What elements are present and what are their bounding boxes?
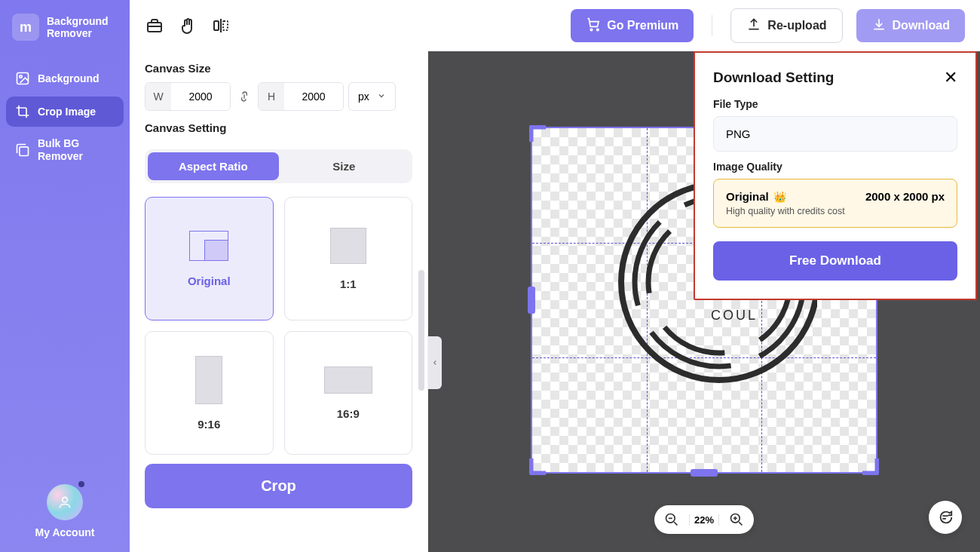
svg-point-8: [597, 29, 599, 31]
svg-point-1: [20, 75, 22, 78]
sidebar-item-bulk-bg-remover[interactable]: Bulk BG Remover: [6, 130, 124, 170]
upload-icon: [746, 17, 761, 35]
aspect-grid: Original 1:1 9:16 16:9: [145, 197, 412, 455]
download-button[interactable]: Download: [856, 9, 965, 42]
stack-icon: [15, 143, 30, 158]
feedback-button[interactable]: [929, 501, 962, 534]
app-name: Background Remover: [47, 15, 109, 39]
ratio-thumb: [324, 366, 372, 394]
ratio-card-1-1[interactable]: 1:1: [284, 197, 413, 320]
file-type-label: File Type: [713, 98, 957, 110]
sidebar-item-label: Bulk BG Remover: [38, 137, 115, 163]
crop-handle-bottom[interactable]: [691, 469, 718, 477]
svg-rect-5: [214, 21, 219, 30]
sidebar-item-label: Crop Image: [38, 106, 96, 118]
toolbox-icon[interactable]: [145, 16, 164, 35]
zoom-value: 22%: [689, 514, 719, 526]
ratio-thumb: [330, 228, 366, 264]
crown-icon: 👑: [773, 191, 786, 203]
tab-aspect-ratio[interactable]: Aspect Ratio: [148, 152, 279, 180]
size-row: W H px: [145, 82, 412, 111]
download-setting-popover: Download Setting ✕ File Type PNG Image Q…: [694, 51, 977, 300]
topbar: Go Premium Re-upload Download: [130, 0, 980, 51]
panel-collapse-handle[interactable]: [428, 336, 442, 389]
image-quality-label: Image Quality: [713, 161, 957, 173]
close-icon[interactable]: ✕: [944, 69, 957, 86]
width-input[interactable]: [171, 83, 230, 110]
crop-button[interactable]: Crop: [145, 464, 412, 508]
zoom-in-button[interactable]: [727, 510, 746, 529]
sidebar-item-label: Background: [38, 72, 100, 84]
reupload-button[interactable]: Re-upload: [730, 8, 842, 43]
panel-scrollbar[interactable]: [418, 270, 424, 391]
quality-option-original[interactable]: Original 👑 High quality with credits cos…: [713, 179, 957, 228]
image-icon: [15, 71, 30, 86]
svg-rect-6: [223, 21, 228, 30]
tab-size[interactable]: Size: [279, 152, 410, 180]
canvas-size-title: Canvas Size: [145, 62, 412, 75]
zoom-out-button[interactable]: [662, 510, 681, 529]
app-logo[interactable]: m Background Remover: [0, 14, 130, 56]
account-section[interactable]: My Account: [0, 484, 130, 552]
sidebar-nav: Background Crop Image Bulk BG Remover: [0, 56, 130, 178]
cart-icon: [586, 17, 601, 35]
divider: [712, 15, 712, 36]
crop-handle-br[interactable]: [861, 457, 879, 475]
zoom-bar: 22%: [654, 505, 754, 534]
ratio-card-9-16[interactable]: 9:16: [145, 331, 274, 455]
canvas-setting-title: Canvas Setting: [145, 121, 412, 134]
canvas-area: Y LO COUL 22%: [428, 51, 980, 552]
popover-title: Download Setting: [713, 69, 834, 86]
sidebar-item-background[interactable]: Background: [6, 63, 124, 94]
main: Go Premium Re-upload Download Canvas Siz…: [130, 0, 980, 552]
workspace: Canvas Size W H px: [130, 51, 980, 552]
download-icon: [871, 17, 887, 35]
chevron-down-icon: [377, 90, 386, 103]
height-box: H: [258, 82, 344, 111]
go-premium-button[interactable]: Go Premium: [571, 9, 694, 42]
ratio-thumb: [195, 356, 222, 404]
free-download-button[interactable]: Free Download: [713, 241, 957, 281]
flip-icon[interactable]: [211, 16, 231, 35]
crop-handle-bl[interactable]: [529, 457, 547, 475]
quality-dimensions: 2000 x 2000 px: [865, 190, 945, 203]
crop-handle-left[interactable]: [528, 287, 535, 314]
crop-icon: [15, 104, 30, 119]
ratio-card-original[interactable]: Original: [145, 197, 274, 320]
logo-icon: m: [12, 14, 39, 41]
svg-point-3: [63, 497, 68, 502]
crop-handle-tl[interactable]: [529, 125, 547, 143]
sidebar-item-crop-image[interactable]: Crop Image: [6, 97, 124, 127]
setting-tabs: Aspect Ratio Size: [145, 149, 412, 183]
svg-text:COUL: COUL: [711, 308, 758, 323]
crop-panel: Canvas Size W H px: [130, 51, 428, 552]
width-box: W: [145, 82, 231, 111]
unit-select[interactable]: px: [348, 82, 396, 111]
file-type-select[interactable]: PNG: [713, 116, 957, 152]
avatar: [47, 484, 83, 520]
hand-icon[interactable]: [178, 16, 198, 35]
sidebar: m Background Remover Background Crop Ima…: [0, 0, 130, 552]
account-label: My Account: [0, 526, 130, 538]
height-input[interactable]: [284, 83, 343, 110]
svg-point-7: [590, 29, 593, 31]
ratio-card-16-9[interactable]: 16:9: [284, 331, 413, 455]
ratio-thumb: [189, 231, 228, 261]
svg-rect-2: [20, 147, 29, 156]
width-label: W: [145, 83, 171, 110]
link-dimensions-icon[interactable]: [235, 89, 253, 104]
height-label: H: [259, 83, 284, 110]
